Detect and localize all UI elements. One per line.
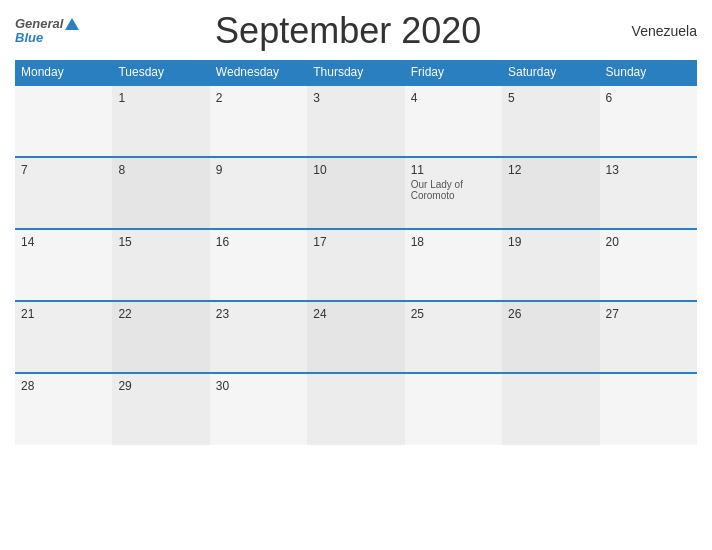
- calendar-cell: 15: [112, 229, 209, 301]
- calendar-cell: 12: [502, 157, 599, 229]
- day-number: 10: [313, 163, 398, 177]
- day-number: 14: [21, 235, 106, 249]
- day-number: 28: [21, 379, 106, 393]
- day-number: 11: [411, 163, 496, 177]
- calendar-week-row: 282930: [15, 373, 697, 445]
- day-number: 30: [216, 379, 301, 393]
- calendar-cell: 16: [210, 229, 307, 301]
- day-header-tuesday: Tuesday: [112, 60, 209, 85]
- calendar-header-row: MondayTuesdayWednesdayThursdayFridaySatu…: [15, 60, 697, 85]
- day-number: 3: [313, 91, 398, 105]
- day-number: 23: [216, 307, 301, 321]
- calendar-cell: [502, 373, 599, 445]
- calendar-cell: 2: [210, 85, 307, 157]
- logo: General Blue: [15, 17, 79, 46]
- logo-general-text: General: [15, 17, 63, 31]
- day-number: 20: [606, 235, 691, 249]
- day-number: 2: [216, 91, 301, 105]
- day-header-sunday: Sunday: [600, 60, 697, 85]
- day-header-saturday: Saturday: [502, 60, 599, 85]
- day-number: 18: [411, 235, 496, 249]
- calendar-body: 1234567891011Our Lady of Coromoto1213141…: [15, 85, 697, 445]
- day-number: 4: [411, 91, 496, 105]
- day-number: 24: [313, 307, 398, 321]
- calendar-cell: 23: [210, 301, 307, 373]
- calendar-cell: 28: [15, 373, 112, 445]
- calendar-header: General Blue September 2020 Venezuela: [15, 10, 697, 52]
- calendar-cell: 29: [112, 373, 209, 445]
- day-number: 25: [411, 307, 496, 321]
- calendar-cell: 13: [600, 157, 697, 229]
- day-number: 22: [118, 307, 203, 321]
- calendar-cell: 5: [502, 85, 599, 157]
- calendar-cell: 26: [502, 301, 599, 373]
- day-number: 16: [216, 235, 301, 249]
- calendar-cell: 21: [15, 301, 112, 373]
- day-number: 17: [313, 235, 398, 249]
- day-number: 9: [216, 163, 301, 177]
- calendar-wrapper: General Blue September 2020 Venezuela Mo…: [0, 0, 712, 550]
- day-number: 8: [118, 163, 203, 177]
- day-number: 13: [606, 163, 691, 177]
- calendar-cell: 19: [502, 229, 599, 301]
- country-label: Venezuela: [617, 23, 697, 39]
- day-number: 1: [118, 91, 203, 105]
- calendar-cell: 6: [600, 85, 697, 157]
- day-header-thursday: Thursday: [307, 60, 404, 85]
- logo-blue-text: Blue: [15, 31, 43, 45]
- calendar-cell: [405, 373, 502, 445]
- day-number: 7: [21, 163, 106, 177]
- day-number: 15: [118, 235, 203, 249]
- calendar-cell: 8: [112, 157, 209, 229]
- calendar-cell: [600, 373, 697, 445]
- day-number: 12: [508, 163, 593, 177]
- calendar-cell: 27: [600, 301, 697, 373]
- calendar-cell: 14: [15, 229, 112, 301]
- logo-triangle-icon: [65, 18, 79, 30]
- calendar-week-row: 123456: [15, 85, 697, 157]
- calendar-week-row: 21222324252627: [15, 301, 697, 373]
- calendar-cell: 30: [210, 373, 307, 445]
- calendar-cell: 3: [307, 85, 404, 157]
- calendar-cell: 25: [405, 301, 502, 373]
- calendar-cell: [307, 373, 404, 445]
- day-number: 5: [508, 91, 593, 105]
- day-number: 27: [606, 307, 691, 321]
- calendar-title: September 2020: [79, 10, 617, 52]
- calendar-cell: 20: [600, 229, 697, 301]
- calendar-cell: 11Our Lady of Coromoto: [405, 157, 502, 229]
- calendar-cell: [15, 85, 112, 157]
- calendar-cell: 17: [307, 229, 404, 301]
- day-number: 26: [508, 307, 593, 321]
- day-number: 21: [21, 307, 106, 321]
- calendar-cell: 10: [307, 157, 404, 229]
- day-header-wednesday: Wednesday: [210, 60, 307, 85]
- calendar-table: MondayTuesdayWednesdayThursdayFridaySatu…: [15, 60, 697, 445]
- day-number: 6: [606, 91, 691, 105]
- calendar-cell: 1: [112, 85, 209, 157]
- calendar-week-row: 7891011Our Lady of Coromoto1213: [15, 157, 697, 229]
- calendar-cell: 24: [307, 301, 404, 373]
- calendar-cell: 7: [15, 157, 112, 229]
- day-header-monday: Monday: [15, 60, 112, 85]
- calendar-cell: 22: [112, 301, 209, 373]
- calendar-cell: 4: [405, 85, 502, 157]
- holiday-label: Our Lady of Coromoto: [411, 179, 496, 201]
- day-header-friday: Friday: [405, 60, 502, 85]
- calendar-week-row: 14151617181920: [15, 229, 697, 301]
- day-number: 29: [118, 379, 203, 393]
- calendar-cell: 18: [405, 229, 502, 301]
- calendar-cell: 9: [210, 157, 307, 229]
- day-number: 19: [508, 235, 593, 249]
